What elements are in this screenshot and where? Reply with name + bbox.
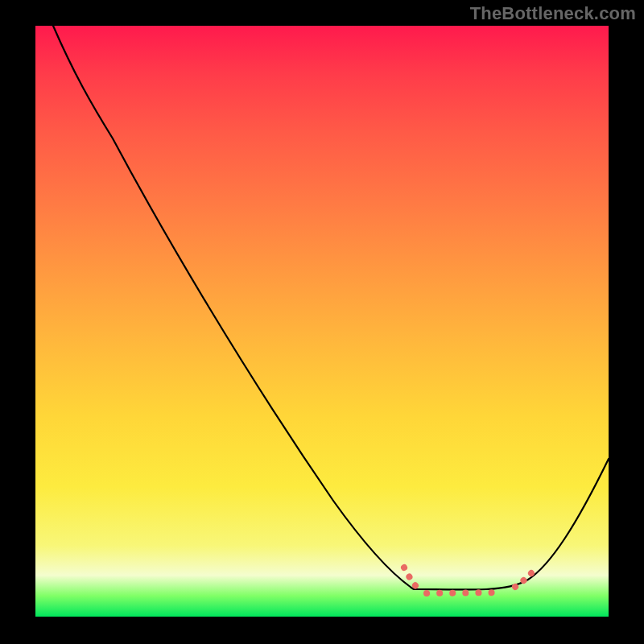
plot-area [35, 26, 609, 617]
chart-frame: TheBottleneck.com [0, 0, 644, 644]
bottleneck-curve-line [53, 26, 609, 589]
chart-svg [35, 26, 609, 617]
watermark-text: TheBottleneck.com [470, 3, 636, 24]
optimal-range-dots-left [404, 568, 422, 591]
optimal-range-dots-bottom [427, 592, 502, 593]
